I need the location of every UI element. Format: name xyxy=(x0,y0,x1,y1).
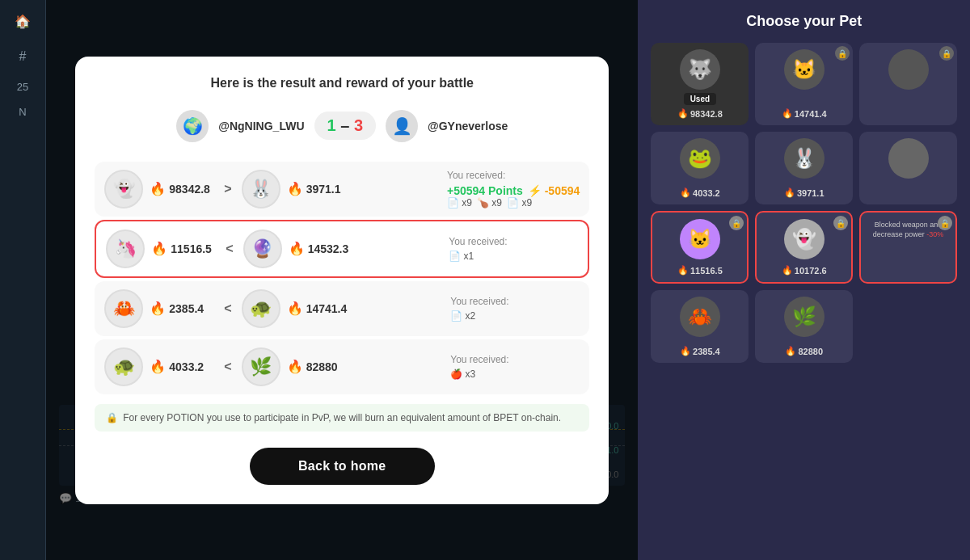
row2-p2-pet: 🔮 xyxy=(243,229,282,268)
row1-p2-power-val: 3971.1 xyxy=(306,183,341,196)
score-p1: 1 xyxy=(327,116,336,134)
row4-reward-label: You received: xyxy=(450,354,580,365)
row4-p2-pet: 🌿 xyxy=(242,347,280,386)
battle-row-4: 🐢 🔥 4033.2 < 🌿 🔥 82880 You received: xyxy=(95,339,589,394)
row3-p2-pet: 🐢 xyxy=(242,289,280,328)
pet-power-5: 🔥 3971.1 xyxy=(784,187,824,198)
back-to-home-button[interactable]: Back to home xyxy=(250,448,435,485)
fire-r-7: 🔥 xyxy=(677,265,689,276)
row2-reward-items: 📄 x1 xyxy=(449,251,578,262)
row3-p1-power: 🔥 2385.4 xyxy=(150,301,214,316)
row1-reward: You received: +50594 Points ⚡ -50594 📄 x… xyxy=(447,170,580,208)
pet-card-11[interactable]: 🌿 🔥 82880 xyxy=(755,290,853,363)
lock-icon-7: 🔒 xyxy=(729,216,744,230)
battle-header: 🌍 @NgNING_LWU 1 – 3 👤 @GYneverlose xyxy=(95,103,589,149)
fire-icon-8: 🔥 xyxy=(287,359,303,374)
row3-p1-power-val: 2385.4 xyxy=(169,302,204,315)
pet-card-4[interactable]: 🐸 🔥 4033.2 xyxy=(651,132,749,204)
row4-p2-power-val: 82880 xyxy=(306,360,338,373)
right-panel: Choose your Pet 🐺 Used 🔥 98342.8 🔒 🐱 🔥 1… xyxy=(638,0,970,560)
battle-row-3: 🦀 🔥 2385.4 < 🐢 🔥 14741.4 You received: xyxy=(95,281,589,336)
lock-icon-2: 🔒 xyxy=(835,46,850,61)
pet-power-8: 🔥 10172.6 xyxy=(782,265,827,276)
row3-reward-label: You received: xyxy=(450,296,580,307)
row1-vs: > xyxy=(221,182,234,196)
fire-r-11: 🔥 xyxy=(785,346,796,356)
player1-name: @NgNING_LWU xyxy=(218,120,304,133)
fire-icon-1: 🔥 xyxy=(150,181,166,196)
modal-overlay: Here is the result and reward of your ba… xyxy=(46,0,638,560)
fire-icon-3: 🔥 xyxy=(151,241,167,256)
modal-title: Here is the result and reward of your ba… xyxy=(95,76,589,91)
pet-power-11: 🔥 82880 xyxy=(785,346,823,356)
row3-p2-power-val: 14741.4 xyxy=(306,302,348,315)
pet-card-1[interactable]: 🐺 Used 🔥 98342.8 xyxy=(651,43,749,125)
player2-name: @GYneverlose xyxy=(428,120,508,133)
row3-vs: < xyxy=(221,301,234,316)
score-dash: – xyxy=(340,116,354,134)
row1-item2: 🍗 x9 xyxy=(477,197,502,208)
info-icon: 🔒 xyxy=(106,412,118,423)
pet-card-8[interactable]: 🔒 👻 🔥 10172.6 xyxy=(755,211,853,284)
pet-card-6[interactable] xyxy=(859,132,957,204)
pet-grid: 🐺 Used 🔥 98342.8 🔒 🐱 🔥 14741.4 🔒 🐸 xyxy=(651,43,957,363)
back-btn-container: Back to home xyxy=(95,448,589,485)
row4-reward: You received: 🍎 x3 xyxy=(450,354,580,380)
fire-icon-5: 🔥 xyxy=(150,301,166,316)
row2-vs: < xyxy=(222,242,236,256)
left-sidebar: 🏠 # 25 N xyxy=(0,0,46,560)
sidebar-hash-icon[interactable]: # xyxy=(8,42,37,71)
row4-vs: < xyxy=(221,360,234,374)
fire-r-4: 🔥 xyxy=(680,187,691,198)
pet-card-5[interactable]: 🐰 🔥 3971.1 xyxy=(755,132,853,204)
row1-reward-items: 📄 x9 🍗 x9 📄 x9 xyxy=(447,197,580,208)
pet-card-3[interactable]: 🔒 xyxy=(859,43,957,125)
pet-avatar-11: 🌿 xyxy=(784,297,824,337)
score-p2: 3 xyxy=(354,116,363,134)
row2-p1-power-val: 11516.5 xyxy=(171,242,212,255)
fire-icon-7: 🔥 xyxy=(150,359,166,374)
sidebar-number: 25 xyxy=(17,78,28,96)
row1-points-green: +50594 Points xyxy=(447,184,523,197)
row1-item1: 📄 x9 xyxy=(447,197,472,208)
lock-icon-3: 🔒 xyxy=(939,46,954,61)
pet-avatar-5: 🐰 xyxy=(784,138,824,179)
player1-avatar-emoji: 🌍 xyxy=(183,116,203,136)
fire-r-8: 🔥 xyxy=(782,265,793,276)
sidebar-home-icon[interactable]: 🏠 xyxy=(8,6,37,36)
row3-reward: You received: 📄 x2 xyxy=(450,296,580,322)
battle-row-2: 🦄 🔥 11516.5 < 🔮 🔥 14532.3 You received: xyxy=(95,220,589,278)
info-bar: 🔒 For every POTION you use to participat… xyxy=(95,404,589,432)
row1-p2-power: 🔥 3971.1 xyxy=(287,181,352,196)
pet-card-9[interactable]: 🔒 Blocked weapon and decrease power -30% xyxy=(859,211,957,284)
row2-p1-pet: 🦄 xyxy=(106,229,145,268)
fire-icon-4: 🔥 xyxy=(289,241,305,256)
pet-power-7: 🔥 11516.5 xyxy=(677,265,723,276)
pet-power-10: 🔥 2385.4 xyxy=(680,346,720,356)
pet-avatar-1: 🐺 xyxy=(680,49,720,90)
row1-reward-points: +50594 Points ⚡ -50594 xyxy=(447,184,580,197)
row4-p1-power-val: 4033.2 xyxy=(169,360,204,373)
row2-p1-power: 🔥 11516.5 xyxy=(151,241,216,256)
panel-title: Choose your Pet xyxy=(651,13,957,30)
pet-card-10[interactable]: 🦀 🔥 2385.4 xyxy=(651,290,749,363)
battle-result-modal: Here is the result and reward of your ba… xyxy=(75,57,609,504)
pet-card-2[interactable]: 🔒 🐱 🔥 14741.4 xyxy=(755,43,853,125)
lock-icon-8: 🔒 xyxy=(833,216,848,230)
row1-p2-pet: 🐰 xyxy=(242,170,280,208)
blocked-text-9: Blocked weapon and decrease power -30% xyxy=(867,221,949,239)
row3-item1: 📄 x2 xyxy=(450,310,475,322)
pet-avatar-10: 🦀 xyxy=(680,297,720,337)
pet-avatar-2: 🐱 xyxy=(784,49,824,90)
row4-reward-items: 🍎 x3 xyxy=(450,368,580,380)
fire-r-5: 🔥 xyxy=(784,187,795,198)
battle-row-1: 👻 🔥 98342.8 > 🐰 🔥 3971.1 You received: xyxy=(95,162,589,217)
row1-reward-label: You received: xyxy=(447,170,580,181)
row1-item3: 📄 x9 xyxy=(507,197,532,208)
row2-reward: You received: 📄 x1 xyxy=(449,236,578,262)
row2-p2-power: 🔥 14532.3 xyxy=(289,241,353,256)
sidebar-letter: N xyxy=(19,103,26,121)
pet-card-7[interactable]: 🔒 🐱 🔥 11516.5 xyxy=(651,211,749,284)
pet-power-2: 🔥 14741.4 xyxy=(782,108,827,119)
row1-p1-power-val: 98342.8 xyxy=(169,183,210,196)
